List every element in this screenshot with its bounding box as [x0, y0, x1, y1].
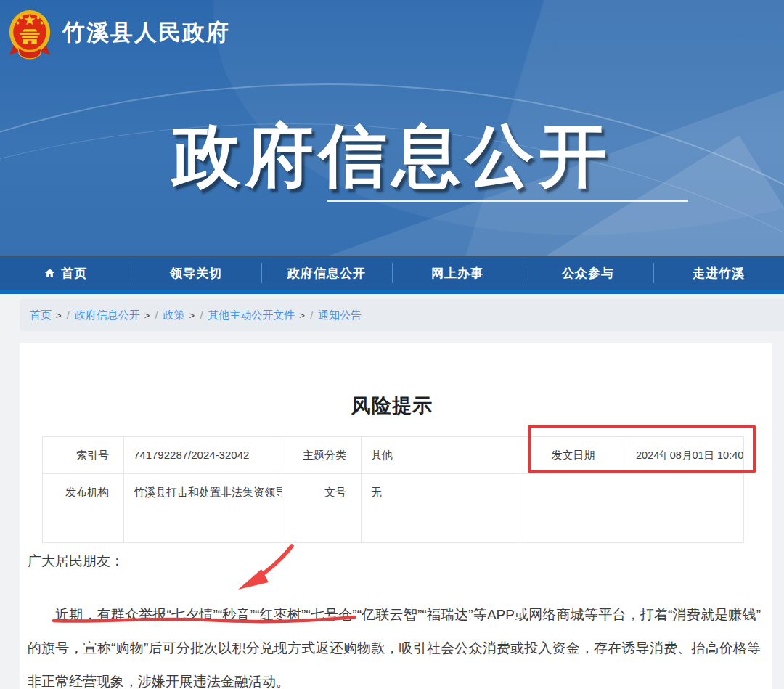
- nav-item-leadership[interactable]: 领导关切: [131, 256, 261, 290]
- breadcrumb-other-public-docs[interactable]: 其他主动公开文件: [208, 309, 295, 322]
- breadcrumb-separator: /: [155, 309, 158, 322]
- metadata-table: 索引号 741792287/2024-32042 主题分类 其他 发文日期 20…: [42, 436, 744, 543]
- nav-item-label: 走进竹溪: [693, 265, 745, 282]
- topic-value: 其他: [362, 437, 520, 474]
- top-banner: 竹溪县人民政府 政府信息公开: [0, 0, 784, 256]
- docno-value: 无: [362, 474, 520, 543]
- breadcrumb-separator: /: [67, 309, 70, 322]
- nav-accent-strip: [0, 290, 784, 294]
- nav-item-label: 公众参与: [562, 265, 614, 282]
- main-nav: 首页 领导关切 政府信息公开 网上办事 公众参与 走进竹溪: [0, 256, 784, 290]
- topic-label: 主题分类: [282, 437, 362, 474]
- nav-item-about-zhuxi[interactable]: 走进竹溪: [653, 256, 784, 290]
- breadcrumb-info-disclosure[interactable]: 政府信息公开: [75, 309, 140, 322]
- breadcrumb-arrow: >: [299, 310, 305, 321]
- page: 竹溪县人民政府 政府信息公开 首页 领导关切 政府信息公开 网上办事 公众参与 …: [0, 0, 784, 689]
- nav-item-home[interactable]: 首页: [0, 256, 131, 290]
- nav-item-online-services[interactable]: 网上办事: [392, 256, 523, 290]
- breadcrumb-arrow: >: [56, 310, 62, 321]
- breadcrumb-arrow: >: [144, 310, 150, 321]
- empty-cell: [520, 474, 744, 543]
- salutation: 广大居民朋友：: [28, 552, 124, 571]
- banner-title: 政府信息公开: [0, 110, 784, 203]
- agency-value: 竹溪县打击和处置非法集资领导小组办公室: [124, 474, 282, 543]
- breadcrumb-home[interactable]: 首页: [30, 309, 52, 322]
- breadcrumb-policy[interactable]: 政策: [163, 309, 185, 322]
- banner-underline: [327, 200, 688, 202]
- breadcrumb-arrow: >: [189, 310, 195, 321]
- nav-item-public-participation[interactable]: 公众参与: [523, 256, 653, 290]
- date-value: 2024年08月01日 10:40:11: [626, 437, 744, 474]
- nav-item-label: 政府信息公开: [287, 265, 366, 282]
- home-icon: [44, 267, 56, 279]
- breadcrumb-separator: /: [200, 309, 203, 322]
- docno-label: 文号: [282, 474, 362, 543]
- breadcrumb: 首页 > / 政府信息公开 > / 政策 > / 其他主动公开文件 > / 通知…: [20, 299, 784, 331]
- nav-item-label: 领导关切: [170, 265, 222, 282]
- nav-item-label: 首页: [62, 265, 88, 282]
- site-title[interactable]: 竹溪县人民政府: [62, 17, 230, 48]
- agency-label: 发布机构: [43, 474, 124, 543]
- site-header: 竹溪县人民政府: [0, 0, 784, 65]
- article-title: 风险提示: [0, 393, 784, 419]
- nav-item-label: 网上办事: [431, 265, 483, 282]
- index-value: 741792287/2024-32042: [124, 437, 282, 474]
- index-label: 索引号: [43, 437, 124, 474]
- china-national-emblem-icon[interactable]: [7, 8, 52, 60]
- nav-item-info-disclosure[interactable]: 政府信息公开: [261, 256, 392, 290]
- breadcrumb-notices[interactable]: 通知公告: [318, 309, 362, 322]
- body-paragraph: 近期，有群众举报“七夕情”“秒音”“红枣树”“七号仓”“亿联云智”“福瑞达”等A…: [28, 598, 761, 689]
- date-label: 发文日期: [520, 437, 626, 474]
- breadcrumb-separator: /: [310, 309, 313, 322]
